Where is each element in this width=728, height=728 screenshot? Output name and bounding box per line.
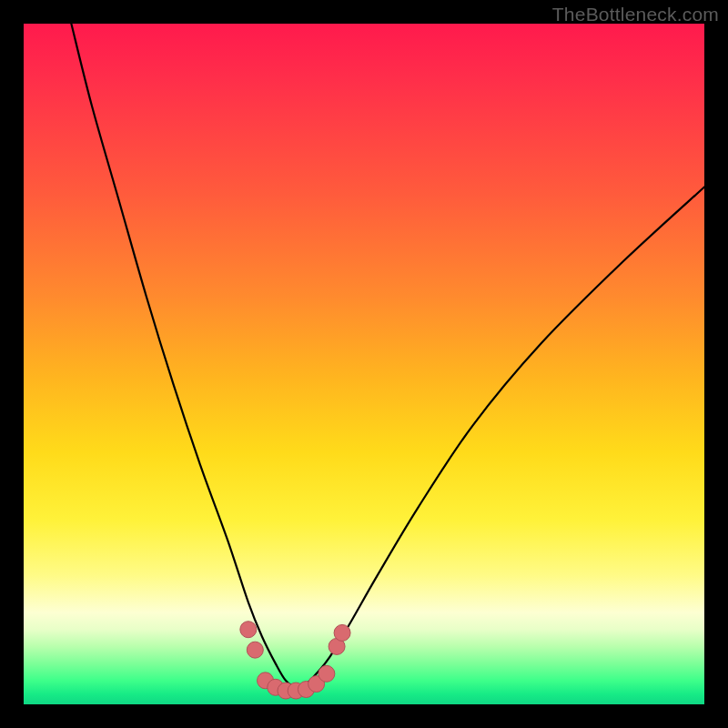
- chart-frame: TheBottleneck.com: [0, 0, 728, 728]
- watermark-text: TheBottleneck.com: [552, 4, 719, 25]
- curve-layer: [71, 24, 704, 687]
- highlight-marker: [240, 622, 257, 638]
- highlight-marker: [247, 642, 263, 658]
- highlight-marker: [318, 665, 335, 682]
- highlight-markers: [240, 622, 350, 699]
- highlight-marker: [334, 624, 350, 641]
- plot-area: [24, 24, 704, 704]
- bottleneck-curve-svg: [24, 24, 704, 704]
- bottleneck-curve: [71, 24, 704, 687]
